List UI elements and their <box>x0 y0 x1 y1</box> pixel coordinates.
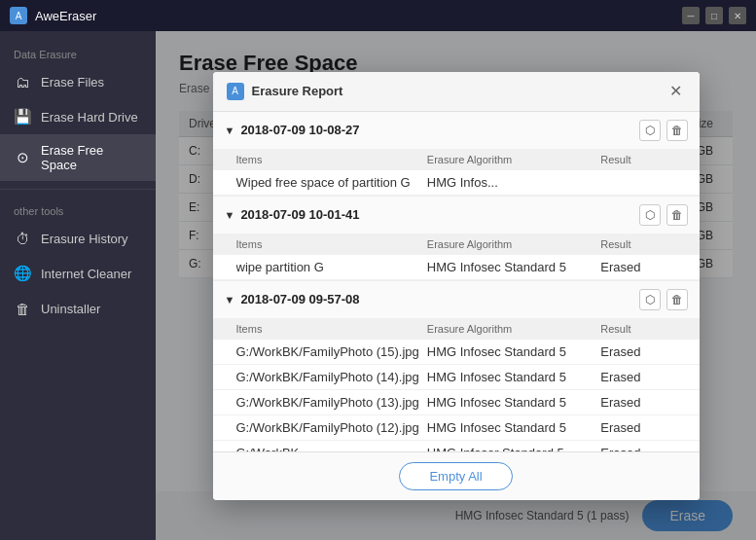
report-group-3: ▼ 2018-07-09 09-57-08 ⬡ 🗑 Items Erasure … <box>213 281 700 451</box>
sidebar-item-erase-files-label: Erase Files <box>41 75 104 90</box>
report-table-header-1: Items Erasure Algorithm Result <box>213 149 700 170</box>
report-row[interactable]: G:/WorkBK/FamilyPhoto (12).jpg HMG Infos… <box>213 415 700 441</box>
title-bar: A AweEraser ─ □ ✕ <box>0 0 756 31</box>
sidebar-item-internet-cleaner-label: Internet Cleaner <box>41 267 131 281</box>
delete-button-2[interactable]: 🗑 <box>666 204 688 226</box>
sidebar-divider <box>0 189 156 190</box>
group-date-2: 2018-07-09 10-01-41 <box>240 207 638 222</box>
export-button-2[interactable]: ⬡ <box>639 204 661 226</box>
delete-button-3[interactable]: 🗑 <box>666 289 688 310</box>
report-table-header-3: Items Erasure Algorithm Result <box>213 318 700 340</box>
report-group-header-3[interactable]: ▼ 2018-07-09 09-57-08 ⬡ 🗑 <box>213 281 700 318</box>
modal-close-button[interactable]: ✕ <box>666 82 686 101</box>
group-arrow-2: ▼ <box>225 209 235 221</box>
report-row[interactable]: wipe partition G HMG Infosec Standard 5 … <box>213 255 700 280</box>
modal-overlay: A Erasure Report ✕ ▼ 2018-07-09 10-08-27… <box>156 31 756 540</box>
sidebar-item-erase-hard-drive-label: Erase Hard Drive <box>41 110 138 125</box>
report-group-header-2[interactable]: ▼ 2018-07-09 10-01-41 ⬡ 🗑 <box>213 197 700 234</box>
modal-icon: A <box>227 83 244 100</box>
modal-body[interactable]: ▼ 2018-07-09 10-08-27 ⬡ 🗑 Items Erasure … <box>213 112 700 451</box>
report-table-header-2: Items Erasure Algorithm Result <box>213 234 700 255</box>
group-actions-2: ⬡ 🗑 <box>639 204 688 226</box>
modal-title: Erasure Report <box>252 84 666 98</box>
uninstaller-icon: 🗑 <box>14 300 31 317</box>
report-group-2: ▼ 2018-07-09 10-01-41 ⬡ 🗑 Items Erasure … <box>213 197 700 281</box>
erasure-history-icon: ⏱ <box>14 230 31 247</box>
report-row[interactable]: Wiped free space of partition G HMG Info… <box>213 170 700 196</box>
close-button[interactable]: ✕ <box>729 7 746 24</box>
sidebar-item-erase-hard-drive[interactable]: 💾 Erase Hard Drive <box>0 99 156 134</box>
sidebar-section-data-erasure: Data Erasure <box>0 41 156 64</box>
minimize-button[interactable]: ─ <box>682 7 700 24</box>
erase-hard-drive-icon: 💾 <box>14 108 31 126</box>
sidebar: Data Erasure 🗂 Erase Files 💾 Erase Hard … <box>0 31 156 540</box>
sidebar-item-uninstaller-label: Uninstaller <box>41 302 100 316</box>
sidebar-item-erasure-history[interactable]: ⏱ Erasure History <box>0 221 156 256</box>
internet-cleaner-icon: 🌐 <box>14 265 31 282</box>
app-body: Data Erasure 🗂 Erase Files 💾 Erase Hard … <box>0 31 756 540</box>
app-icon: A <box>10 7 27 24</box>
export-button-1[interactable]: ⬡ <box>639 120 661 141</box>
sidebar-item-internet-cleaner[interactable]: 🌐 Internet Cleaner <box>0 256 156 291</box>
report-row[interactable]: G:/WorkBK/FamilyPhoto (13).jpg HMG Infos… <box>213 390 700 415</box>
erasure-report-dialog: A Erasure Report ✕ ▼ 2018-07-09 10-08-27… <box>213 72 700 500</box>
group-arrow-1: ▼ <box>225 125 235 136</box>
report-row[interactable]: G:/WorkBK/FamilyPhoto (15).jpg HMG Infos… <box>213 340 700 365</box>
erase-free-space-icon: ⊙ <box>14 149 31 166</box>
maximize-button[interactable]: □ <box>705 7 723 24</box>
sidebar-item-uninstaller[interactable]: 🗑 Uninstaller <box>0 291 156 326</box>
modal-footer: Empty All <box>213 451 700 500</box>
sidebar-item-erasure-history-label: Erasure History <box>41 232 128 246</box>
title-bar-controls: ─ □ ✕ <box>682 7 746 24</box>
group-date-1: 2018-07-09 10-08-27 <box>240 123 638 137</box>
main-content: Erase Free Space Erase free disk space t… <box>156 31 756 540</box>
report-row[interactable]: G:/WorkBK/FamilyPhoto (14).jpg HMG Infos… <box>213 365 700 390</box>
erase-files-icon: 🗂 <box>14 73 31 90</box>
group-arrow-3: ▼ <box>225 294 235 306</box>
export-button-3[interactable]: ⬡ <box>639 289 661 310</box>
report-group-header-1[interactable]: ▼ 2018-07-09 10-08-27 ⬡ 🗑 <box>213 112 700 149</box>
sidebar-item-erase-free-space-label: Erase Free Space <box>41 143 142 172</box>
group-date-3: 2018-07-09 09-57-08 <box>240 292 638 306</box>
report-row[interactable]: G:/WorkBK HMG Infoser Standard 5 Erased <box>213 441 700 451</box>
group-actions-1: ⬡ 🗑 <box>639 120 688 141</box>
modal-header: A Erasure Report ✕ <box>213 72 700 112</box>
sidebar-item-erase-files[interactable]: 🗂 Erase Files <box>0 64 156 99</box>
empty-all-button[interactable]: Empty All <box>399 462 512 490</box>
sidebar-item-erase-free-space[interactable]: ⊙ Erase Free Space <box>0 134 156 181</box>
report-group-1: ▼ 2018-07-09 10-08-27 ⬡ 🗑 Items Erasure … <box>213 112 700 197</box>
group-actions-3: ⬡ 🗑 <box>639 289 688 310</box>
delete-button-1[interactable]: 🗑 <box>666 120 688 141</box>
sidebar-section-other-tools: other tools <box>0 198 156 221</box>
app-title: AweEraser <box>35 9 682 23</box>
